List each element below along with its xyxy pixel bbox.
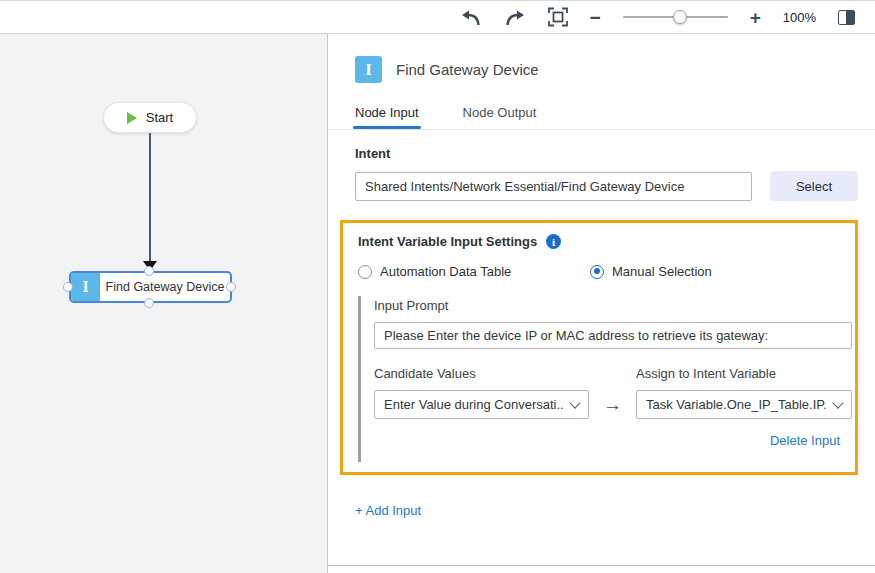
fit-to-screen-icon[interactable] xyxy=(548,7,568,27)
panel-node-icon-letter: I xyxy=(365,60,372,80)
zoom-slider[interactable] xyxy=(623,9,728,25)
intent-label: Intent xyxy=(355,146,858,161)
candidate-values-dropdown[interactable]: Enter Value during Conversati... xyxy=(374,390,589,419)
tab-bar: Node Input Node Output xyxy=(355,105,858,129)
node-port-bottom[interactable] xyxy=(144,298,154,308)
panel-toggle-icon[interactable] xyxy=(838,10,855,25)
radio-label: Automation Data Table xyxy=(380,264,511,279)
connector-line xyxy=(149,133,151,263)
zoom-out-button[interactable]: − xyxy=(590,8,601,27)
radio-manual-selection[interactable]: Manual Selection xyxy=(590,264,712,279)
zoom-slider-thumb[interactable] xyxy=(673,10,687,24)
radio-circle-icon[interactable] xyxy=(358,265,372,279)
input-prompt-field[interactable] xyxy=(374,322,852,349)
chevron-down-icon xyxy=(832,397,843,408)
intent-node-icon-letter: I xyxy=(82,278,88,296)
tab-node-output[interactable]: Node Output xyxy=(463,105,537,129)
node-port-top[interactable] xyxy=(144,266,154,276)
zoom-level-value: 100% xyxy=(783,10,816,25)
assign-variable-label: Assign to Intent Variable xyxy=(636,366,776,381)
select-intent-button[interactable]: Select xyxy=(770,171,858,201)
panel-node-icon: I xyxy=(355,56,382,83)
mapping-arrow-icon: → xyxy=(589,394,636,416)
radio-label: Manual Selection xyxy=(612,264,712,279)
start-node-label: Start xyxy=(146,110,173,125)
input-prompt-label: Input Prompt xyxy=(374,298,843,313)
redo-icon[interactable] xyxy=(504,9,526,26)
page-title: Find Gateway Device xyxy=(396,61,539,78)
tab-node-input[interactable]: Node Input xyxy=(355,105,419,129)
info-icon[interactable]: i xyxy=(546,234,561,249)
tabs-divider xyxy=(328,129,875,130)
intent-variable-settings-section: Intent Variable Input Settings i Automat… xyxy=(340,220,858,475)
assign-variable-value: Task Variable.One_IP_Table.IP... xyxy=(646,397,826,412)
undo-icon[interactable] xyxy=(460,9,482,26)
start-node[interactable]: Start xyxy=(103,102,197,133)
intent-path-input[interactable] xyxy=(355,172,752,201)
add-input-link[interactable]: + Add Input xyxy=(355,503,421,518)
candidate-values-value: Enter Value during Conversati... xyxy=(384,397,563,412)
variable-settings-title: Intent Variable Input Settings xyxy=(358,234,537,249)
delete-input-link[interactable]: Delete Input xyxy=(770,433,840,448)
chevron-down-icon xyxy=(569,397,580,408)
zoom-in-button[interactable]: + xyxy=(750,8,761,27)
input-mode-radio-group: Automation Data Table Manual Selection xyxy=(358,264,843,279)
radio-circle-icon[interactable] xyxy=(590,265,604,279)
panel-bottom-divider xyxy=(328,565,875,566)
intent-node-icon: I xyxy=(71,273,100,301)
assign-variable-dropdown[interactable]: Task Variable.One_IP_Table.IP... xyxy=(636,390,852,419)
panel-header: I Find Gateway Device xyxy=(355,56,858,83)
input-definition-group: Input Prompt Candidate Values Assign to … xyxy=(358,296,843,462)
node-port-left[interactable] xyxy=(63,282,73,292)
workflow-canvas[interactable]: Start I Find Gateway Device xyxy=(0,34,328,573)
play-icon xyxy=(127,112,137,124)
properties-panel: I Find Gateway Device Node Input Node Ou… xyxy=(328,34,875,573)
candidate-values-label: Candidate Values xyxy=(374,366,636,381)
node-port-right[interactable] xyxy=(226,282,236,292)
toolbar: − + 100% xyxy=(0,0,875,34)
intent-node-label: Find Gateway Device xyxy=(100,273,230,301)
radio-automation-data-table[interactable]: Automation Data Table xyxy=(358,264,590,279)
